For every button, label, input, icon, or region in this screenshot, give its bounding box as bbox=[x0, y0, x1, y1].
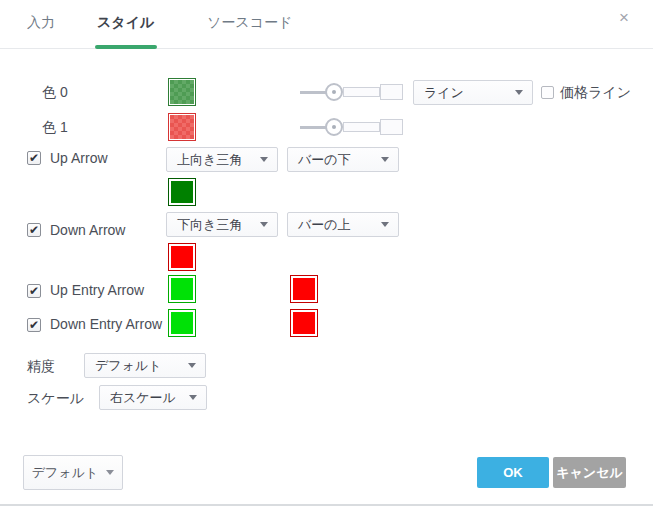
up-arrow-label: Up Arrow bbox=[50, 150, 108, 166]
caret-down-icon bbox=[381, 157, 389, 162]
up-arrow-placement-dropdown[interactable]: バーの下 bbox=[287, 147, 399, 172]
ok-button-label: OK bbox=[503, 465, 523, 480]
slider-segment-high bbox=[380, 119, 403, 135]
scale-dropdown[interactable]: 右スケール bbox=[99, 385, 207, 410]
plot-type-value: ライン bbox=[424, 84, 464, 102]
down-entry-arrow-color2-fill bbox=[293, 312, 315, 334]
slider-track bbox=[300, 126, 326, 129]
up-entry-arrow-label: Up Entry Arrow bbox=[50, 282, 144, 298]
tab-inputs[interactable]: 入力 bbox=[27, 14, 55, 32]
checkmark-icon: ✔ bbox=[29, 225, 39, 235]
up-entry-arrow-checkbox[interactable]: ✔ bbox=[27, 284, 41, 298]
up-entry-arrow-color2-fill bbox=[293, 278, 315, 300]
down-arrow-placement-value: バーの上 bbox=[298, 216, 351, 234]
down-arrow-checkbox[interactable]: ✔ bbox=[27, 223, 41, 237]
color1-opacity-slider[interactable] bbox=[300, 118, 403, 136]
close-icon[interactable]: × bbox=[619, 8, 629, 28]
up-entry-arrow-color-fill bbox=[171, 278, 193, 300]
down-arrow-shape-dropdown[interactable]: 下向き三角 bbox=[166, 212, 278, 237]
bottom-divider bbox=[0, 504, 653, 506]
down-arrow-label: Down Arrow bbox=[50, 222, 125, 238]
caret-down-icon bbox=[106, 470, 114, 475]
active-tab-underline bbox=[95, 45, 157, 49]
cancel-button[interactable]: キャンセル bbox=[553, 457, 626, 488]
color1-label: 色 1 bbox=[42, 119, 68, 135]
precision-value: デフォルト bbox=[95, 357, 162, 375]
caret-down-icon bbox=[260, 222, 268, 227]
up-arrow-shape-value: 上向き三角 bbox=[177, 151, 242, 169]
down-entry-arrow-color-fill bbox=[171, 312, 193, 334]
color0-opacity-slider[interactable] bbox=[300, 83, 403, 101]
down-arrow-placement-dropdown[interactable]: バーの上 bbox=[287, 212, 399, 237]
scale-label: スケール bbox=[27, 390, 84, 406]
down-entry-arrow-checkbox[interactable]: ✔ bbox=[27, 318, 41, 332]
down-arrow-shape-value: 下向き三角 bbox=[177, 216, 242, 234]
template-defaults-button[interactable]: デフォルト bbox=[23, 455, 123, 490]
up-entry-arrow-color-swatch[interactable] bbox=[168, 275, 196, 303]
down-arrow-color-swatch[interactable] bbox=[168, 243, 196, 271]
precision-label: 精度 bbox=[27, 358, 55, 374]
slider-segment-high bbox=[380, 84, 403, 100]
price-line-label: 価格ライン bbox=[560, 84, 631, 100]
tab-source-code[interactable]: ソースコード bbox=[207, 14, 292, 32]
color1-swatch-fill bbox=[170, 115, 194, 139]
caret-down-icon bbox=[515, 90, 523, 95]
color0-swatch-fill bbox=[170, 80, 194, 104]
tab-style[interactable]: スタイル bbox=[97, 14, 154, 32]
cancel-button-label: キャンセル bbox=[556, 464, 623, 482]
checkmark-icon: ✔ bbox=[29, 286, 39, 296]
price-line-checkbox[interactable] bbox=[541, 86, 554, 99]
down-entry-arrow-label: Down Entry Arrow bbox=[50, 316, 162, 332]
checkmark-icon: ✔ bbox=[29, 320, 39, 330]
slider-segment-low bbox=[343, 122, 380, 132]
slider-thumb[interactable] bbox=[325, 83, 343, 101]
color0-swatch[interactable] bbox=[168, 78, 196, 106]
down-arrow-color-fill bbox=[171, 246, 193, 268]
slider-thumb-dot bbox=[332, 125, 336, 129]
slider-thumb-dot bbox=[332, 90, 336, 94]
ok-button[interactable]: OK bbox=[477, 457, 549, 488]
precision-dropdown[interactable]: デフォルト bbox=[84, 353, 206, 378]
caret-down-icon bbox=[381, 222, 389, 227]
plot-type-dropdown[interactable]: ライン bbox=[413, 80, 533, 105]
indicator-settings-dialog: 入力 スタイル ソースコード × 色 0 ライン 価格ライン 色 1 ✔ Up … bbox=[0, 0, 653, 511]
up-arrow-shape-dropdown[interactable]: 上向き三角 bbox=[166, 147, 278, 172]
up-entry-arrow-color2-swatch[interactable] bbox=[290, 275, 318, 303]
up-arrow-color-fill bbox=[171, 181, 193, 203]
caret-down-icon bbox=[188, 363, 196, 368]
scale-value: 右スケール bbox=[110, 389, 176, 407]
up-arrow-color-swatch[interactable] bbox=[168, 178, 196, 206]
slider-thumb[interactable] bbox=[325, 118, 343, 136]
up-arrow-placement-value: バーの下 bbox=[298, 151, 351, 169]
checkmark-icon: ✔ bbox=[29, 153, 39, 163]
slider-segment-low bbox=[343, 87, 380, 97]
down-entry-arrow-color2-swatch[interactable] bbox=[290, 309, 318, 337]
color1-swatch[interactable] bbox=[168, 113, 196, 141]
down-entry-arrow-color-swatch[interactable] bbox=[168, 309, 196, 337]
color0-label: 色 0 bbox=[42, 84, 68, 100]
up-arrow-checkbox[interactable]: ✔ bbox=[27, 151, 41, 165]
template-defaults-label: デフォルト bbox=[32, 464, 99, 482]
caret-down-icon bbox=[260, 157, 268, 162]
slider-track bbox=[300, 91, 326, 94]
caret-down-icon bbox=[189, 395, 197, 400]
